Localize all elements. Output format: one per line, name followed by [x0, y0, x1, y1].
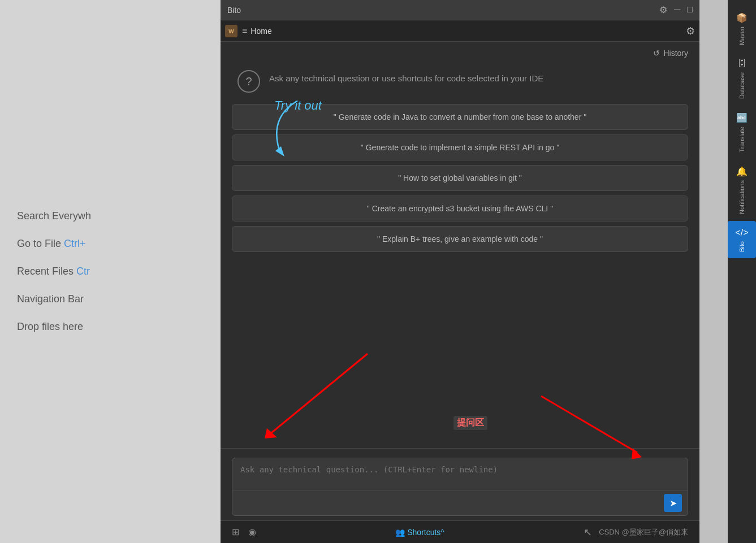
maven-icon: 📦	[736, 12, 748, 23]
minimize-icon[interactable]: ─	[674, 5, 680, 15]
input-area: ➤	[221, 448, 699, 520]
workspace-badge: w	[225, 25, 237, 37]
translate-icon: 🔤	[736, 112, 748, 123]
shortcuts-people-icon: 👥	[395, 528, 405, 537]
cursor-icon: ↖	[584, 526, 592, 538]
bottom-bar: ⊞ ◉ 👥 Shortcuts^ ↖ CSDN @墨家巨子@俏如来	[221, 520, 699, 543]
home-tab[interactable]: Home	[250, 27, 271, 36]
sidebar-item-bito[interactable]: </> Bito	[728, 221, 756, 259]
tab-bar: w ≡ Home ⚙	[221, 20, 699, 42]
drop-files-item: Drop files here	[17, 321, 204, 333]
title-bar-left: Bito	[227, 6, 241, 15]
svg-line-1	[271, 354, 368, 433]
prompt-item[interactable]: " Generate code to implement a simple RE…	[232, 134, 688, 160]
send-button[interactable]: ➤	[664, 494, 682, 512]
bito-label: Bito	[738, 241, 745, 252]
hamburger-icon[interactable]: ≡	[242, 26, 247, 36]
right-sidebar: 📦 Maven 🗄 Database 🔤 Translate 🔔 Notific…	[728, 0, 756, 543]
svg-marker-2	[265, 428, 277, 438]
question-text: Ask any technical question or use shortc…	[269, 68, 543, 85]
prompt-item[interactable]: " How to set global variables in git "	[232, 165, 688, 191]
database-icon: 🗄	[737, 59, 746, 69]
history-clock-icon: ↺	[653, 49, 660, 58]
question-icon: ?	[237, 70, 260, 93]
goto-file-item: Go to File Ctrl+	[17, 238, 204, 250]
bottom-right: ↖ CSDN @墨家巨子@俏如来	[584, 526, 688, 538]
history-bar: ↺ History	[221, 42, 699, 62]
sidebar-item-notifications[interactable]: 🔔 Notifications	[728, 159, 756, 221]
sidebar-item-database[interactable]: 🗄 Database	[728, 52, 756, 106]
recent-files-item: Recent Files Ctr	[17, 266, 204, 277]
input-toolbar: ➤	[232, 490, 688, 515]
bottom-icon-1[interactable]: ⊞	[232, 527, 239, 537]
svg-line-3	[541, 396, 637, 453]
prompt-item[interactable]: " Explain B+ trees, give an example with…	[232, 226, 688, 252]
input-wrapper: ➤	[232, 458, 688, 516]
title-bar: Bito ⚙ ─ □	[221, 0, 699, 20]
bito-icon: </>	[735, 228, 748, 238]
history-label: History	[663, 49, 688, 58]
content-area: ↺ History ? Ask any technical question o…	[221, 42, 699, 543]
bottom-icons: ⊞ ◉	[232, 527, 256, 537]
database-label: Database	[738, 72, 745, 99]
send-icon: ➤	[669, 498, 677, 509]
sidebar-item-maven[interactable]: 📦 Maven	[728, 6, 756, 52]
annotation-arrow-1	[237, 342, 407, 455]
shortcuts-label: Shortcuts^	[407, 528, 444, 537]
history-button[interactable]: ↺ History	[653, 49, 688, 58]
tab-settings-icon[interactable]: ⚙	[686, 25, 695, 37]
prompts-area: " Generate code in Java to convert a num…	[221, 104, 699, 252]
search-everywhere-item: Search Everywh	[17, 210, 204, 222]
left-ide-panel: Search Everywh Go to File Ctrl+ Recent F…	[0, 0, 221, 543]
prompt-item[interactable]: " Create an encrypted s3 bucket using th…	[232, 196, 688, 221]
user-label: CSDN @墨家巨子@俏如来	[599, 527, 688, 537]
notifications-icon: 🔔	[736, 166, 748, 177]
prompt-item[interactable]: " Generate code in Java to convert a num…	[232, 104, 688, 130]
question-area: ? Ask any technical question or use shor…	[221, 62, 699, 104]
notifications-label: Notifications	[738, 180, 745, 214]
title-bar-right: ⚙ ─ □	[659, 5, 693, 15]
bito-main-panel: Bito ⚙ ─ □ w ≡ Home ⚙ ↺ History ? Ask an…	[221, 0, 699, 543]
annotation-label: 提问区	[453, 416, 487, 430]
settings-icon[interactable]: ⚙	[659, 5, 667, 15]
shortcuts-button[interactable]: 👥 Shortcuts^	[395, 528, 444, 537]
navigation-bar-item: Navigation Bar	[17, 293, 204, 305]
bottom-icon-2[interactable]: ◉	[248, 527, 256, 537]
maximize-icon[interactable]: □	[687, 5, 693, 15]
app-title: Bito	[227, 6, 241, 15]
maven-label: Maven	[738, 27, 745, 45]
question-input[interactable]	[232, 458, 688, 490]
sidebar-item-translate[interactable]: 🔤 Translate	[728, 106, 756, 159]
translate-label: Translate	[738, 127, 745, 152]
